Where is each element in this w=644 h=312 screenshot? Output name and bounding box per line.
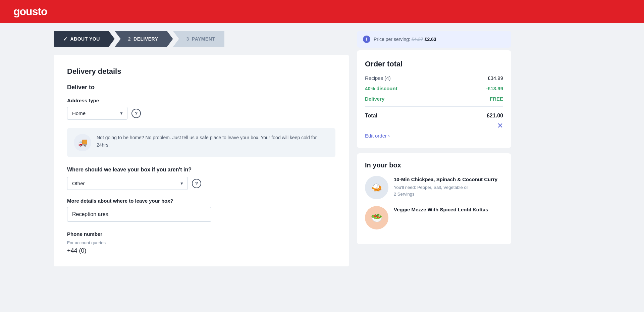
step2-number: 2 xyxy=(128,36,131,42)
delivery-label: Delivery xyxy=(365,96,384,102)
recipe-emoji-2: 🥗 xyxy=(371,212,383,223)
where-select-row: Other Front door Back door With neighbou… xyxy=(67,177,335,190)
current-price: £2.63 xyxy=(425,37,436,42)
in-your-box: In your box 🍛 10-Min Chickpea, Spinach &… xyxy=(357,153,511,244)
order-total-title: Order total xyxy=(365,60,503,68)
phone-sublabel: For account queries xyxy=(67,240,335,245)
more-details-label: More details about where to leave your b… xyxy=(67,198,335,204)
phone-label-row: Phone number For account queries xyxy=(67,231,335,245)
step3-number: 3 xyxy=(186,36,189,42)
delivery-truck-icon: 🚚 xyxy=(74,134,91,151)
step-payment[interactable]: 3 PAYMENT xyxy=(173,31,225,47)
divider xyxy=(365,106,503,107)
step2-label: DELIVERY xyxy=(133,36,158,42)
stepper: ✓ ABOUT YOU 2 DELIVERY 3 PAYMENT xyxy=(54,31,349,47)
discount-value: -£13.99 xyxy=(486,86,503,91)
where-select[interactable]: Other Front door Back door With neighbou… xyxy=(67,177,188,190)
form-card: Delivery details Deliver to Address type… xyxy=(54,55,349,266)
address-type-select[interactable]: Home Work Other xyxy=(67,107,127,120)
address-type-label: Address type xyxy=(67,98,335,103)
address-type-row: Home Work Other ▼ ? xyxy=(67,107,335,120)
recipe-image-2: 🥗 xyxy=(365,206,388,229)
phone-label: Phone number xyxy=(67,231,335,237)
step-delivery[interactable]: 2 DELIVERY xyxy=(115,31,173,47)
where-label: Where should we leave your box if you ar… xyxy=(67,167,335,173)
total-label: Total xyxy=(365,113,377,119)
recipe-emoji-1: 🍛 xyxy=(371,182,383,193)
recipe-meta-1: You'll need: Pepper, Salt, Vegetable oil xyxy=(394,184,503,191)
recipe-servings-1: 2 Servings xyxy=(394,191,503,198)
step-about-you[interactable]: ✓ ABOUT YOU xyxy=(54,31,115,47)
address-type-help-icon[interactable]: ? xyxy=(131,109,141,118)
recipe-name-2: Veggie Mezze With Spiced Lentil Koftas xyxy=(394,206,503,213)
price-banner: i Price per serving: £4.37 £2.63 xyxy=(357,31,511,48)
delivery-row: Delivery FREE xyxy=(365,96,503,102)
step3-label: PAYMENT xyxy=(192,36,215,42)
discount-label: 40% discount xyxy=(365,86,397,91)
close-button-row: ✕ xyxy=(365,121,503,130)
info-text: Not going to be home? No problem. Just t… xyxy=(97,134,329,149)
recipe-image-1: 🍛 xyxy=(365,176,388,199)
recipes-value: £34.99 xyxy=(488,75,503,81)
info-icon: i xyxy=(363,36,370,43)
more-details-input[interactable] xyxy=(67,207,211,222)
recipes-label: Recipes (4) xyxy=(365,75,391,81)
address-type-select-wrapper: Home Work Other ▼ xyxy=(67,107,127,120)
deliver-to-title: Deliver to xyxy=(67,84,335,91)
price-per-serving-label: Price per serving: xyxy=(374,37,410,42)
delivery-value: FREE xyxy=(490,96,503,102)
recipes-row: Recipes (4) £34.99 xyxy=(365,75,503,81)
safe-place-info-box: 🚚 Not going to be home? No problem. Just… xyxy=(67,128,335,157)
edit-order-arrow: › xyxy=(388,133,390,139)
recipe-item-2: 🥗 Veggie Mezze With Spiced Lentil Koftas xyxy=(365,206,503,229)
left-column: ✓ ABOUT YOU 2 DELIVERY 3 PAYMENT Deliver… xyxy=(54,31,349,266)
logo: gousto xyxy=(13,5,47,18)
right-column: i Price per serving: £4.37 £2.63 Order t… xyxy=(357,31,511,266)
recipe-info-1: 10-Min Chickpea, Spinach & Coconut Curry… xyxy=(394,176,503,199)
price-banner-text: Price per serving: £4.37 £2.63 xyxy=(374,37,436,42)
recipe-item-1: 🍛 10-Min Chickpea, Spinach & Coconut Cur… xyxy=(365,176,503,199)
order-card: Order total Recipes (4) £34.99 40% disco… xyxy=(357,50,511,148)
recipe-info-2: Veggie Mezze With Spiced Lentil Koftas xyxy=(394,206,503,229)
in-your-box-title: In your box xyxy=(365,161,503,169)
header: gousto xyxy=(0,0,644,23)
main-container: ✓ ABOUT YOU 2 DELIVERY 3 PAYMENT Deliver… xyxy=(0,23,644,274)
step1-label: ABOUT YOU xyxy=(70,36,100,42)
phone-value: +44 (0) xyxy=(67,247,335,254)
where-select-wrapper: Other Front door Back door With neighbou… xyxy=(67,177,188,190)
section-title: Delivery details xyxy=(67,67,335,76)
recipe-name-1: 10-Min Chickpea, Spinach & Coconut Curry xyxy=(394,176,503,183)
total-row: Total £21.00 xyxy=(365,111,503,119)
close-icon[interactable]: ✕ xyxy=(497,121,503,130)
edit-order-text: Edit order xyxy=(365,133,387,139)
edit-order-link[interactable]: Edit order › xyxy=(365,133,503,139)
original-price: £4.37 xyxy=(412,37,423,42)
check-icon: ✓ xyxy=(63,36,68,42)
where-help-icon[interactable]: ? xyxy=(192,179,201,188)
total-value: £21.00 xyxy=(487,113,503,119)
discount-row: 40% discount -£13.99 xyxy=(365,86,503,91)
